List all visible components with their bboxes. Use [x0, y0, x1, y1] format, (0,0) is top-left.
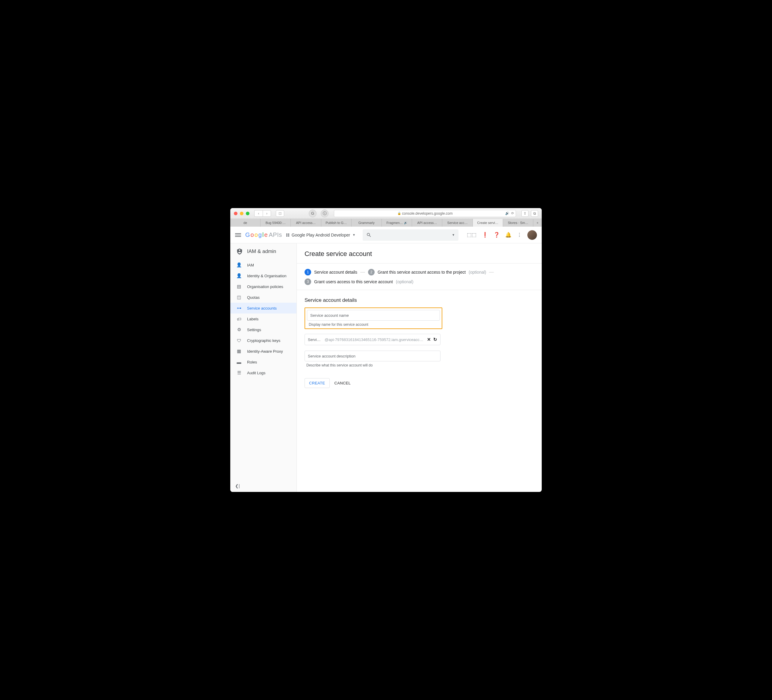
clear-id-button[interactable]: ✕: [427, 337, 431, 342]
step-label: Service account details: [314, 270, 357, 275]
step-label: Grant this service account access to the…: [378, 270, 466, 275]
sidebar-item-identity-aware-proxy[interactable]: ▦Identity-Aware Proxy: [230, 346, 296, 357]
user-avatar[interactable]: [527, 230, 537, 240]
alert-icon[interactable]: ❗: [482, 232, 488, 238]
google-apis-logo[interactable]: Google APIs: [245, 231, 282, 238]
step-number: 2: [368, 269, 375, 275]
traffic-lights: [234, 212, 249, 215]
browser-tab[interactable]: de: [230, 219, 260, 227]
browser-tab[interactable]: Service acc…: [442, 219, 473, 227]
more-icon[interactable]: ⋮: [517, 232, 522, 238]
sidebar-item-iam[interactable]: 👤IAM: [230, 260, 296, 270]
side-navigation: IAM & admin 👤IAM👤Identity & Organisation…: [230, 244, 297, 492]
lock-icon: 🔒: [397, 212, 401, 215]
browser-tab[interactable]: Grammarly: [352, 219, 382, 227]
cancel-button[interactable]: CANCEL: [334, 381, 351, 385]
browser-tab[interactable]: API access…: [412, 219, 442, 227]
form-section-title: Service account details: [304, 297, 534, 303]
sidebar-toggle-button[interactable]: ◫: [276, 210, 284, 217]
forward-button[interactable]: ›: [263, 210, 271, 217]
gift-icon[interactable]: ⬚⬚: [467, 232, 476, 238]
search-icon: [366, 232, 371, 238]
doc-icon: ▤: [236, 284, 242, 289]
maximize-window-button[interactable]: [246, 212, 249, 215]
step-number: 3: [304, 278, 311, 285]
sidebar-item-roles[interactable]: ▬Roles: [230, 357, 296, 367]
notifications-icon[interactable]: 🔔: [505, 232, 512, 238]
sidebar-item-label: Quotas: [247, 295, 260, 300]
tab-audio-icon: 🔊: [404, 221, 407, 224]
search-box[interactable]: ▼: [363, 229, 458, 241]
sidebar-item-audit-logs[interactable]: ☰Audit Logs: [230, 367, 296, 378]
step-1[interactable]: 1Service account details: [304, 269, 357, 275]
browser-tab[interactable]: Create servi…: [473, 219, 503, 227]
sidebar-item-label: Organisation policies: [247, 285, 283, 289]
page-title: Create service account: [297, 244, 542, 263]
share-button[interactable]: ⇧: [521, 210, 528, 217]
caret-down-icon: ▼: [352, 233, 355, 237]
sidebar-item-service-accounts[interactable]: ⊶Service accounts: [230, 303, 296, 314]
menu-button[interactable]: [235, 232, 241, 238]
list-icon: ☰: [236, 370, 242, 375]
project-selector[interactable]: Google Play Android Developer ▼: [286, 233, 355, 237]
step-label: Grant users access to this service accou…: [314, 279, 393, 284]
window-titlebar: ‹ › ◫ G ⓘ 🔒 console.developers.google.co…: [230, 208, 542, 219]
back-button[interactable]: ‹: [254, 210, 263, 217]
sidebar-item-label: Settings: [247, 327, 261, 332]
service-account-name-input[interactable]: Service account name: [307, 310, 440, 321]
sidebar-item-labels[interactable]: 🏷Labels: [230, 314, 296, 324]
extension-grammarly-icon[interactable]: G: [309, 209, 317, 218]
address-bar[interactable]: 🔒 console.developers.google.com 🔊 ⟳: [334, 210, 516, 217]
step-optional-label: (optional): [396, 279, 413, 284]
create-button[interactable]: CREATE: [304, 378, 330, 388]
url-text: console.developers.google.com: [402, 211, 453, 216]
audio-icon[interactable]: 🔊: [505, 211, 509, 215]
sidebar-item-label: Roles: [247, 360, 257, 365]
browser-tab[interactable]: Stores · Sm…: [503, 219, 533, 227]
collapse-sidebar-button[interactable]: ❮|: [235, 484, 240, 488]
service-account-description-input[interactable]: Service account description: [304, 351, 440, 361]
browser-tab[interactable]: API access…: [291, 219, 321, 227]
new-tab-button[interactable]: +: [533, 219, 542, 227]
close-window-button[interactable]: [234, 212, 237, 215]
main-content: Create service account 1Service account …: [297, 244, 542, 492]
sidebar-item-quotas[interactable]: ◫Quotas: [230, 292, 296, 303]
tag-icon: 🏷: [236, 316, 242, 322]
service-account-id-field[interactable]: Service… @api-7976831618413465116-759572…: [304, 334, 440, 345]
sidebar-item-label: Cryptographic keys: [247, 339, 280, 343]
project-name: Google Play Android Developer: [292, 233, 350, 237]
gear-icon: ⚙: [236, 327, 242, 332]
browser-tab[interactable]: Fragmen…🔊: [382, 219, 412, 227]
minimize-window-button[interactable]: [240, 212, 244, 215]
sidebar-item-identity-organisation[interactable]: 👤Identity & Organisation: [230, 270, 296, 281]
step-2[interactable]: 2Grant this service account access to th…: [368, 269, 486, 275]
reload-icon[interactable]: ⟳: [511, 211, 514, 215]
help-icon[interactable]: ❓: [494, 232, 500, 238]
hat-icon: ▬: [236, 360, 242, 365]
key-badge-icon: ⊶: [236, 306, 242, 311]
browser-tab[interactable]: Bug 59400:…: [260, 219, 291, 227]
stepper: 1Service account details2Grant this serv…: [297, 263, 542, 290]
sidebar-item-organisation-policies[interactable]: ▤Organisation policies: [230, 281, 296, 292]
sidebar-item-label: IAM: [247, 263, 254, 267]
sidebar-item-cryptographic-keys[interactable]: 🛡Cryptographic keys: [230, 335, 296, 346]
meter-icon: ◫: [236, 294, 242, 300]
search-caret-icon: ▼: [452, 233, 455, 237]
sidebar-item-settings[interactable]: ⚙Settings: [230, 324, 296, 335]
name-hint: Display name for this service account: [307, 322, 440, 327]
browser-tabs: deBug 59400:…API access…Publish to G…Gra…: [230, 219, 542, 227]
person-plus-icon: 👤: [236, 262, 242, 268]
sidebar-item-label: Labels: [247, 317, 258, 321]
sidebar-item-label: Identity-Aware Proxy: [247, 349, 283, 353]
iam-admin-icon: [236, 248, 243, 255]
name-field-highlight: Service account name Display name for th…: [304, 307, 442, 329]
step-3[interactable]: 3Grant users access to this service acco…: [304, 278, 413, 285]
extension-info-icon[interactable]: ⓘ: [321, 209, 329, 218]
id-prefix: Service…: [308, 337, 322, 342]
regenerate-id-button[interactable]: ↻: [433, 337, 437, 342]
sidebar-item-label: Service accounts: [247, 306, 277, 311]
step-optional-label: (optional): [469, 270, 486, 275]
tabs-overview-button[interactable]: ⧉: [531, 210, 538, 217]
person-circle-icon: 👤: [236, 273, 242, 278]
browser-tab[interactable]: Publish to G…: [321, 219, 352, 227]
